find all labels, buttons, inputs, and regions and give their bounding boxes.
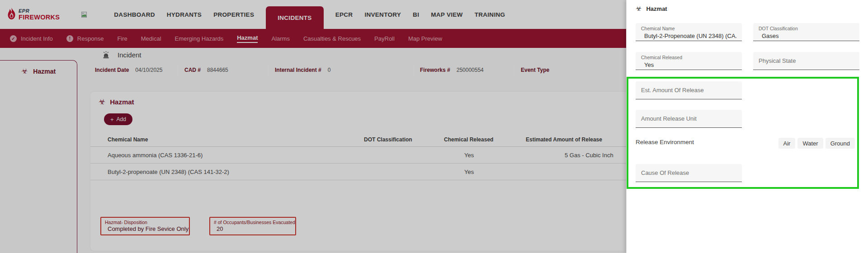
release-env-water-button[interactable]: Water xyxy=(797,138,823,149)
cause-of-release-field[interactable]: Cause Of Release xyxy=(636,164,742,182)
dot-classification-field[interactable]: DOT Classification Gases xyxy=(753,23,859,41)
amount-release-unit-field[interactable]: Amount Release Unit xyxy=(636,110,742,128)
chemical-released-field[interactable]: Chemical Released Yes xyxy=(636,52,742,70)
dot-classification-label: DOT Classification xyxy=(759,26,854,31)
biohazard-icon: ☣ xyxy=(636,5,642,12)
amount-release-unit-label: Amount Release Unit xyxy=(641,115,697,122)
chemical-released-label: Chemical Released xyxy=(641,55,736,60)
app-root: EPR FIREWORKS DASHBOARD HYDRANTS PROPERT… xyxy=(0,0,868,253)
drawer-title-text: Hazmat xyxy=(646,5,667,12)
release-env-air-button[interactable]: Air xyxy=(778,138,796,149)
hazmat-detail-drawer: ☣ Hazmat Chemical Name Butyl-2-Propenoat… xyxy=(626,0,868,253)
chemical-name-field[interactable]: Chemical Name Butyl-2-Propenoate (UN 234… xyxy=(636,23,742,41)
chemical-name-label: Chemical Name xyxy=(641,26,736,31)
release-env-ground-button[interactable]: Ground xyxy=(826,138,855,149)
release-environment-label: Release Environment xyxy=(636,139,694,145)
est-amount-of-release-field[interactable]: Est. Amount Of Release xyxy=(636,81,742,99)
physical-state-field[interactable]: Physical State xyxy=(753,52,859,70)
chemical-name-value: Butyl-2-Propenoate (UN 2348) (CA... xyxy=(641,33,736,39)
modal-dim-overlay[interactable] xyxy=(0,0,626,253)
physical-state-label: Physical State xyxy=(759,57,796,64)
dot-classification-value: Gases xyxy=(759,33,854,39)
chemical-released-value: Yes xyxy=(641,61,736,68)
drawer-title: ☣ Hazmat xyxy=(636,5,667,12)
cause-of-release-label: Cause Of Release xyxy=(641,169,689,176)
est-amount-of-release-label: Est. Amount Of Release xyxy=(641,87,704,94)
release-environment-options: Air Water Ground xyxy=(753,138,855,149)
